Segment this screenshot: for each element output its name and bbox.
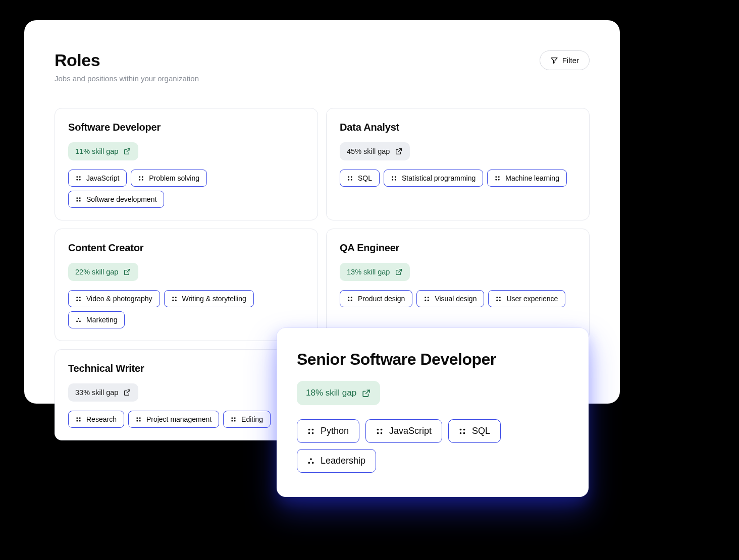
- skill-chip-row: JavaScriptProblem solvingSoftware develo…: [68, 170, 304, 208]
- skill-chip-label: Project management: [146, 415, 212, 423]
- skill-dots-icon: [231, 417, 236, 422]
- filter-button-label: Filter: [562, 56, 579, 65]
- skill-dots-icon: [347, 176, 353, 181]
- skill-chip-label: SQL: [472, 426, 490, 436]
- skill-chip-label: Writing & storytelling: [182, 295, 246, 303]
- skill-chip-label: Software development: [86, 195, 156, 203]
- skill-chip-label: Product design: [358, 295, 405, 303]
- skill-gap-badge[interactable]: 45% skill gap: [340, 142, 410, 160]
- role-card: Software Developer11% skill gapJavaScrip…: [55, 108, 318, 220]
- skill-chip-label: Visual design: [435, 295, 477, 303]
- page-subtitle: Jobs and positions within your organizat…: [55, 74, 199, 83]
- skill-chip-row: Video & photographyWriting & storytellin…: [68, 290, 304, 328]
- external-link-icon: [123, 147, 131, 155]
- skill-chip[interactable]: Python: [297, 419, 359, 443]
- skill-gap-text: 11% skill gap: [75, 147, 118, 155]
- skill-gap-badge[interactable]: 33% skill gap: [68, 383, 138, 402]
- skill-dots-icon: [496, 296, 501, 302]
- skill-chip-row: Product designVisual designUser experien…: [340, 290, 576, 307]
- skill-dots-icon: [76, 317, 81, 323]
- skill-dots-icon: [391, 176, 397, 181]
- external-link-icon: [395, 268, 403, 276]
- skill-chip[interactable]: Writing & storytelling: [164, 290, 254, 307]
- skill-chip[interactable]: Marketing: [68, 311, 125, 328]
- role-card: QA Engineer13% skill gapProduct designVi…: [326, 229, 590, 341]
- skill-gap-text: 45% skill gap: [347, 147, 390, 155]
- skill-dots-icon: [138, 176, 144, 181]
- header-text-block: Roles Jobs and positions within your org…: [55, 50, 199, 83]
- skill-chip[interactable]: User experience: [488, 290, 565, 307]
- skill-chip[interactable]: Problem solving: [131, 170, 207, 187]
- featured-role-card: Senior Software Developer 18% skill gap …: [277, 328, 589, 497]
- role-title: Content Creator: [68, 242, 304, 254]
- skill-chip[interactable]: Video & photography: [68, 290, 160, 307]
- external-link-icon: [361, 388, 371, 398]
- skill-chip[interactable]: Software development: [68, 191, 164, 208]
- skill-chip[interactable]: JavaScript: [365, 419, 442, 443]
- skill-dots-icon: [76, 296, 81, 302]
- skill-dots-icon: [76, 197, 81, 202]
- skill-chip-label: Video & photography: [86, 295, 152, 303]
- external-link-icon: [123, 388, 131, 397]
- funnel-icon: [550, 57, 558, 65]
- skill-chip[interactable]: Statistical programming: [384, 170, 483, 187]
- skill-chip-label: JavaScript: [86, 174, 119, 182]
- skill-dots-icon: [76, 176, 81, 181]
- featured-skill-row: PythonJavaScriptSQLLeadership: [297, 419, 568, 473]
- role-title: Software Developer: [68, 122, 304, 133]
- role-title: Data Analyst: [340, 122, 576, 133]
- skill-gap-badge[interactable]: 11% skill gap: [68, 142, 138, 160]
- skill-gap-text: 18% skill gap: [306, 388, 356, 398]
- skill-gap-text: 33% skill gap: [75, 388, 118, 397]
- skill-chip-label: User experience: [506, 295, 558, 303]
- role-card: Content Creator22% skill gapVideo & phot…: [55, 229, 318, 341]
- skill-dots-icon: [376, 428, 383, 435]
- skill-chip-label: Problem solving: [149, 174, 199, 182]
- skill-chip[interactable]: Product design: [340, 290, 412, 307]
- panel-header: Roles Jobs and positions within your org…: [55, 50, 590, 83]
- page-title: Roles: [55, 50, 199, 70]
- skill-chip-label: Research: [86, 415, 117, 423]
- skill-chip-label: Machine learning: [505, 174, 559, 182]
- skill-chip-label: Python: [321, 426, 349, 436]
- filter-button[interactable]: Filter: [540, 50, 590, 70]
- skill-gap-badge[interactable]: 13% skill gap: [340, 263, 410, 281]
- skill-chip-label: SQL: [358, 174, 372, 182]
- skill-dots-icon: [424, 296, 430, 302]
- skill-chip-label: Editing: [241, 415, 263, 423]
- role-card: Data Analyst45% skill gapSQLStatistical …: [326, 108, 590, 220]
- skill-chip-label: Statistical programming: [402, 174, 476, 182]
- skill-chip-label: Leadership: [321, 456, 365, 466]
- skill-chip[interactable]: SQL: [448, 419, 501, 443]
- skill-chip[interactable]: Project management: [128, 411, 219, 428]
- skill-dots-icon: [347, 296, 353, 302]
- skill-chip[interactable]: Visual design: [416, 290, 484, 307]
- skill-dots-icon: [172, 296, 177, 302]
- skill-gap-text: 22% skill gap: [75, 268, 118, 276]
- skill-chip[interactable]: Research: [68, 411, 124, 428]
- skill-dots-icon: [307, 458, 314, 465]
- external-link-icon: [123, 268, 131, 276]
- skill-dots-icon: [76, 417, 81, 422]
- skill-chip[interactable]: SQL: [340, 170, 380, 187]
- skill-dots-icon: [459, 428, 466, 435]
- skill-chip[interactable]: JavaScript: [68, 170, 127, 187]
- skill-chip-row: ResearchProject managementEditing: [68, 411, 304, 428]
- skill-chip[interactable]: Machine learning: [487, 170, 567, 187]
- skill-chip-row: SQLStatistical programmingMachine learni…: [340, 170, 576, 187]
- skill-dots-icon: [495, 176, 500, 181]
- skill-chip[interactable]: Leadership: [297, 449, 376, 473]
- skill-chip-label: JavaScript: [389, 426, 432, 436]
- skill-dots-icon: [307, 428, 314, 435]
- skill-gap-text: 13% skill gap: [347, 268, 390, 276]
- skill-dots-icon: [136, 417, 141, 422]
- role-title: Technical Writer: [68, 363, 304, 374]
- skill-chip-label: Marketing: [86, 316, 117, 324]
- skill-chip[interactable]: Editing: [223, 411, 271, 428]
- skill-gap-badge[interactable]: 18% skill gap: [297, 381, 380, 405]
- role-title: QA Engineer: [340, 242, 576, 254]
- featured-role-title: Senior Software Developer: [297, 350, 568, 369]
- external-link-icon: [395, 147, 403, 155]
- skill-gap-badge[interactable]: 22% skill gap: [68, 263, 138, 281]
